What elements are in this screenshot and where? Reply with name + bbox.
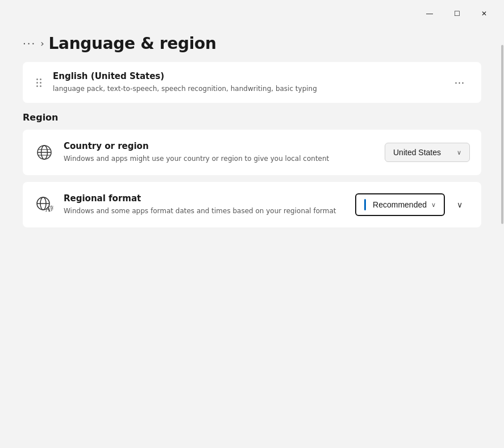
expand-chevron-icon: ∨ (457, 200, 463, 209)
regional-format-info: Regional format Windows and some apps fo… (64, 193, 346, 216)
country-region-value: United States (393, 148, 441, 157)
country-region-desc: Windows and apps might use your country … (64, 154, 376, 164)
regional-format-value: Recommended (373, 200, 427, 209)
drag-handle[interactable] (34, 76, 44, 89)
drag-dot (40, 78, 41, 80)
region-section-title: Region (23, 112, 481, 123)
regional-format-desc: Windows and some apps format dates and t… (64, 206, 346, 216)
globe-icon (34, 142, 55, 163)
regional-format-icon: A 字 (34, 194, 55, 215)
blue-accent-bar (364, 199, 366, 210)
country-region-info: Country or region Windows and apps might… (64, 141, 376, 164)
language-card: English (United States) language pack, t… (23, 62, 481, 103)
country-region-dropdown[interactable]: United States ∨ (385, 143, 470, 162)
close-button[interactable]: ✕ (471, 5, 497, 23)
regional-format-expand-button[interactable]: ∨ (449, 194, 470, 215)
regional-format-label: Regional format (64, 193, 346, 204)
scrollbar-track[interactable] (501, 0, 504, 448)
language-info: English (United States) language pack, t… (53, 71, 440, 94)
breadcrumb-chevron-icon: › (40, 38, 44, 49)
back-dots[interactable]: ··· (23, 38, 36, 49)
language-name: English (United States) (53, 71, 440, 81)
regional-format-card: A 字 Regional format Windows and some app… (23, 182, 481, 227)
main-content: ··· › Language & region (0, 23, 504, 448)
drag-dot (40, 82, 41, 84)
maximize-button[interactable]: ☐ (444, 5, 470, 23)
breadcrumb: ··· › Language & region (23, 34, 481, 53)
scrollbar-thumb (501, 45, 503, 224)
language-more-button[interactable]: ··· (449, 72, 470, 93)
country-region-card: Country or region Windows and apps might… (23, 130, 481, 175)
window-controls: — ☐ ✕ (416, 5, 497, 23)
format-dropdown-chevron-icon: ∨ (431, 201, 436, 209)
regional-format-dropdown[interactable]: Recommended ∨ (355, 193, 445, 216)
drag-dot (36, 85, 38, 87)
drag-dot (36, 78, 38, 80)
minimize-button[interactable]: — (416, 5, 443, 23)
language-tags: language pack, text-to-speech, speech re… (53, 84, 440, 94)
page-title: Language & region (49, 34, 216, 53)
drag-dot (40, 85, 41, 87)
regional-format-controls: Recommended ∨ ∨ (355, 193, 470, 216)
drag-dot (36, 82, 38, 84)
title-bar: — ☐ ✕ (0, 0, 504, 23)
settings-window: — ☐ ✕ ··· › Language & region (0, 0, 504, 448)
svg-text:字: 字 (49, 205, 53, 211)
country-dropdown-chevron-icon: ∨ (457, 149, 461, 156)
country-region-label: Country or region (64, 141, 376, 151)
